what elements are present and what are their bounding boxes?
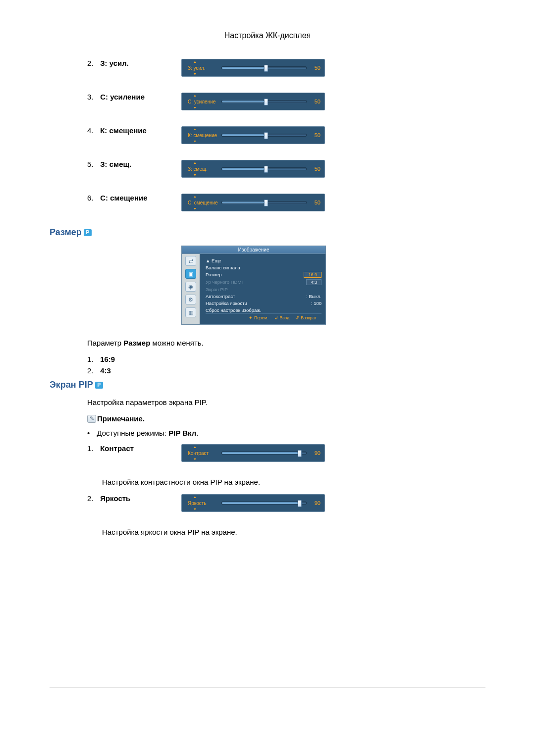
slider-s-usilenie[interactable]: С: усиление 50 [181, 93, 325, 110]
size-option-16-9: 1. 16:9 [87, 355, 485, 363]
osd-footer-move: ✦Перем. [249, 315, 268, 320]
osd-menu-size: Изображение ⇄ ▣ ◉ ⚙ ▥ ▲ Еще Баланс сигна… [181, 246, 326, 325]
item-label: З: усил. [100, 59, 129, 67]
slider-label: С: усиление [187, 99, 221, 104]
slider-thumb[interactable] [298, 500, 302, 507]
slider-thumb[interactable] [264, 166, 268, 173]
slider-label: З: усил. [187, 65, 221, 71]
slider-value: 50 [307, 200, 321, 205]
slider-track[interactable] [221, 100, 307, 103]
size-option-4-3: 2. 4:3 [87, 366, 485, 375]
item-num: 3. [87, 93, 98, 101]
slider-track[interactable] [221, 66, 307, 69]
item-num: 2. [87, 494, 98, 503]
osd-item-reset-picture[interactable]: Сброс настроек изображ. [206, 306, 321, 313]
osd-footer: ✦Перем. ↲Ввод ↺Возврат [206, 313, 321, 322]
osd-footer-enter: ↲Ввод [274, 315, 290, 320]
brightness-description: Настройка яркости окна PIP на экране. [102, 528, 485, 536]
row-k-smeshenie: 4. К: смещение К: смещение 50 [87, 126, 485, 144]
row-z-smesh: 5. З: смещ. З: смещ. 50 [87, 160, 485, 178]
item-label: Яркость [100, 494, 130, 503]
slider-track[interactable] [221, 167, 307, 170]
slider-thumb[interactable] [264, 200, 268, 206]
contrast-description: Настройка контрастности окна PIP на экра… [102, 478, 485, 486]
row-z-usil: 2. З: усил. З: усил. 50 [87, 59, 485, 77]
item-num: 5. [87, 160, 98, 168]
item-label: З: смещ. [100, 160, 131, 168]
pip-intro: Настройка параметров экрана PIP. [87, 398, 485, 406]
osd-item-pip-screen: Экран PIP [206, 286, 321, 293]
p-icon: P [84, 229, 92, 236]
slider-value: 90 [307, 450, 321, 456]
row-s-usilenie: 3. С: усиление С: усиление 50 [87, 93, 485, 110]
osd-tab-picture-icon[interactable]: ▣ [185, 269, 196, 279]
item-num: 1. [87, 444, 98, 453]
row-contrast: 1. Контраст Контраст 90 [87, 444, 485, 462]
osd-title: Изображение [182, 246, 325, 254]
slider-value: 50 [307, 65, 321, 71]
item-label: С: усиление [100, 93, 145, 101]
slider-label: С: смещение [187, 200, 221, 205]
slider-value: 50 [307, 166, 321, 172]
slider-label: З: смещ. [187, 166, 221, 172]
osd-item-brightness-adj[interactable]: Настройка яркости: 100 [206, 300, 321, 306]
page-title: Настройка ЖК-дисплея [50, 31, 485, 40]
slider-value: 90 [307, 500, 321, 506]
item-label: С: смещение [100, 194, 147, 202]
slider-label: Контраст [187, 451, 221, 456]
row-brightness: 2. Яркость Яркость 90 [87, 494, 485, 512]
slider-thumb[interactable] [264, 99, 268, 105]
slider-contrast[interactable]: Контраст 90 [181, 444, 325, 462]
osd-item-autocontrast[interactable]: Автоконтраст: Выкл. [206, 293, 321, 300]
osd-tab-setup-icon[interactable]: ⚙ [185, 295, 196, 304]
item-label: К: смещение [100, 126, 147, 135]
size-description: Параметр Размер можно менять. [87, 339, 485, 347]
pip-modes-bullet: Доступные режимы: PIP Вкл. [87, 429, 485, 437]
osd-item-signal-balance[interactable]: Баланс сигнала [206, 264, 321, 271]
slider-thumb[interactable] [264, 65, 268, 72]
note-icon: ✎ [87, 415, 96, 423]
section-heading-pip: Экран PIP P [50, 380, 485, 390]
slider-brightness[interactable]: Яркость 90 [181, 494, 325, 512]
osd-sidebar: ⇄ ▣ ◉ ⚙ ▥ [182, 254, 200, 324]
item-num: 2. [87, 59, 98, 67]
item-label: Контраст [100, 444, 134, 453]
note-label: Примечание. [97, 414, 145, 423]
slider-value: 50 [307, 132, 321, 138]
osd-item-more[interactable]: ▲ Еще [206, 257, 321, 264]
osd-footer-return: ↺Возврат [295, 315, 317, 320]
item-num: 6. [87, 194, 98, 202]
slider-label: К: смещение [187, 133, 221, 138]
note-line: ✎ Примечание. [87, 414, 485, 423]
slider-track[interactable] [221, 452, 307, 454]
slider-label: Яркость [187, 501, 221, 506]
item-num: 4. [87, 126, 98, 135]
slider-track[interactable] [221, 502, 307, 504]
osd-item-size[interactable]: Размер16:9 [206, 271, 321, 278]
slider-track[interactable] [221, 201, 307, 204]
slider-z-usil[interactable]: З: усил. 50 [181, 59, 325, 77]
osd-tab-sound-icon[interactable]: ◉ [185, 282, 196, 292]
slider-track[interactable] [221, 134, 307, 137]
p-icon: P [95, 382, 103, 389]
heading-text: Размер [50, 227, 82, 238]
section-heading-size: Размер P [50, 227, 485, 238]
osd-list: ▲ Еще Баланс сигнала Размер16:9 Ур черно… [200, 254, 325, 324]
row-s-smeshenie: 6. С: смещение С: смещение 50 [87, 194, 485, 211]
slider-thumb[interactable] [298, 450, 302, 457]
slider-value: 50 [307, 99, 321, 104]
slider-thumb[interactable] [264, 132, 268, 139]
slider-z-smesh[interactable]: З: смещ. 50 [181, 160, 325, 178]
heading-text: Экран PIP [50, 380, 93, 390]
osd-tab-multi-icon[interactable]: ▥ [185, 307, 196, 317]
slider-k-smeshenie[interactable]: К: смещение 50 [181, 126, 325, 144]
slider-s-smeshenie[interactable]: С: смещение 50 [181, 194, 325, 211]
osd-tab-input-icon[interactable]: ⇄ [185, 256, 196, 266]
osd-item-hdmi-black: Ур черного HDMI4:3 [206, 278, 321, 286]
